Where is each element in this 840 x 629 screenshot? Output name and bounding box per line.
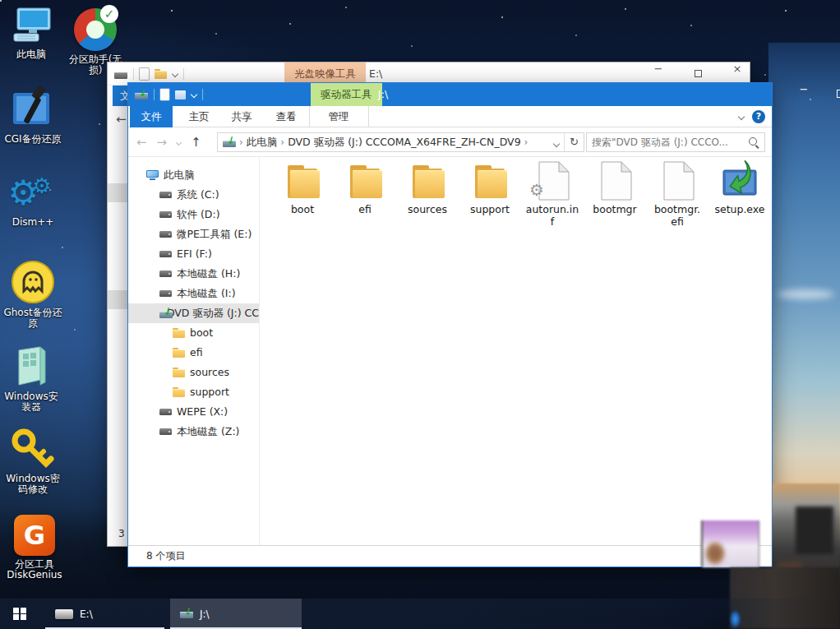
taskbar-button-e-drive[interactable]: E:\ (45, 599, 164, 629)
explorer-window-j[interactable]: ↓ 驱动器工具 J:\ − × 文件 主页 共享 查看 管理 ? (127, 82, 773, 567)
installer-box-icon (11, 344, 52, 388)
ribbon-collapse-icon[interactable] (738, 113, 745, 120)
drive-icon (159, 409, 172, 415)
fg-window-title: J:\ (378, 83, 388, 106)
qat-dropdown-icon[interactable] (172, 71, 178, 77)
bg-nav-fragment (108, 183, 128, 202)
bg-maximize-button[interactable] (680, 62, 716, 85)
file-item-sources[interactable]: sources (396, 160, 459, 215)
desktop-icon-ghost-backup[interactable]: Ghost备份还 原 (0, 260, 78, 330)
properties-icon[interactable] (175, 90, 186, 99)
nav-item-support[interactable]: support (128, 382, 259, 402)
status-bar: 8 个项目 (128, 545, 772, 567)
windows-logo-icon (13, 608, 26, 621)
bg-minimize-button[interactable]: − (640, 62, 676, 85)
dvd-drive-icon: ↓ (180, 609, 193, 618)
search-icon[interactable] (748, 136, 759, 148)
nav-item-drive-c[interactable]: 系统 (C:) (128, 185, 259, 205)
desktop: 此电脑 ✓ 分区助手(无 损) CGI备份还原 ⚙⚙ Dism++ (0, 0, 840, 629)
navigation-pane[interactable]: 此电脑 系统 (C:) 软件 (D:) 微PE工具箱 (E:) EFI (F:) (128, 157, 260, 547)
folder-icon[interactable] (155, 69, 167, 79)
fg-minimize-button[interactable]: − (786, 83, 822, 106)
file-item-bootmgr[interactable]: bootmgr (584, 160, 646, 215)
file-item-autorun[interactable]: ⚙ autorun.inf (521, 160, 584, 228)
back-icon[interactable]: ← (136, 135, 147, 150)
up-icon[interactable]: ↑ (191, 135, 201, 150)
tab-view[interactable]: 查看 (270, 106, 302, 127)
drive-icon (159, 271, 172, 277)
drive-icon (55, 609, 73, 619)
nav-item-sources[interactable]: sources (128, 363, 259, 382)
desktop-icon-windows-installer[interactable]: Windows安 装器 (0, 344, 76, 414)
nav-item-drive-d[interactable]: 软件 (D:) (128, 205, 259, 224)
refresh-icon[interactable]: ↻ (564, 133, 584, 151)
nav-item-boot[interactable]: boot (128, 323, 259, 343)
partition-assistant-icon: ✓ (74, 8, 117, 51)
file-list[interactable]: boot efi sources support (261, 157, 773, 547)
ghost-icon (11, 260, 55, 304)
fg-titlebar[interactable]: ↓ 驱动器工具 J:\ − × (128, 83, 772, 106)
tab-manage[interactable]: 管理 (321, 106, 357, 127)
desktop-icon-dism[interactable]: ⚙⚙ Dism++ (0, 173, 78, 229)
bg-nav-fragment (108, 290, 128, 309)
bg-close-button[interactable]: × (719, 62, 755, 85)
separator (183, 68, 184, 80)
cgi-backup-icon (10, 85, 56, 131)
nav-item-drive-x[interactable]: WEPE (X:) (128, 402, 259, 422)
desktop-icon-windows-password[interactable]: Windows密 码修改 (0, 428, 78, 496)
forward-icon[interactable]: → (157, 135, 168, 150)
nav-item-drive-z[interactable]: 本地磁盘 (Z:) (128, 422, 259, 442)
nav-item-drive-h[interactable]: 本地磁盘 (H:) (128, 264, 259, 284)
address-bar[interactable]: ↓ › 此电脑 › DVD 驱动器 (J:) CCCOMA_X64FRE_ZH-… (217, 132, 584, 152)
folder-icon (173, 387, 185, 397)
new-item-icon[interactable] (160, 89, 169, 100)
nav-item-drive-i[interactable]: 本地磁盘 (I:) (128, 284, 259, 303)
search-placeholder: 搜索"DVD 驱动器 (J:) CCCO... (592, 136, 748, 150)
watermark-blur (701, 520, 759, 567)
folder-icon (472, 162, 508, 200)
search-box[interactable]: 搜索"DVD 驱动器 (J:) CCCO... (586, 132, 765, 152)
breadcrumb-dvd-drive[interactable]: DVD 驱动器 (J:) CCCOMA_X64FRE_ZH-CN_DV9 (288, 136, 520, 150)
taskbar-button-j-drive[interactable]: ↓ J:\ (170, 599, 302, 629)
desktop-icon-diskgenius[interactable]: G 分区工具 DiskGenius (0, 515, 80, 581)
dvd-drive-icon: ↓ (135, 90, 148, 99)
nav-item-this-pc[interactable]: 此电脑 (128, 165, 259, 185)
history-dropdown-icon[interactable] (176, 139, 182, 145)
wallpaper-stars (0, 0, 2, 2)
address-dropdown-icon[interactable] (553, 140, 560, 146)
drive-icon (159, 192, 172, 198)
file-item-boot[interactable]: boot (271, 160, 334, 215)
file-item-setup-exe[interactable]: setup.exe (708, 160, 771, 215)
new-item-icon[interactable] (140, 68, 149, 80)
qat-dropdown-icon[interactable] (191, 91, 197, 98)
drive-icon (159, 211, 172, 218)
separator (202, 89, 203, 100)
this-pc-icon (9, 7, 53, 46)
ribbon-tabs: 文件 主页 共享 查看 管理 ? (128, 106, 772, 127)
drive-tools-label[interactable]: 驱动器工具 (311, 83, 382, 106)
nav-item-dvd-drive-j[interactable]: ↓ DVD 驱动器 (J:) CC (128, 303, 259, 323)
file-item-support[interactable]: support (459, 160, 521, 215)
fg-maximize-button[interactable] (823, 83, 840, 106)
folder-icon (284, 162, 321, 200)
key-icon (9, 428, 57, 470)
tab-file[interactable]: 文件 (130, 106, 173, 127)
desktop-icon-cgi-backup[interactable]: CGI备份还原 (0, 85, 78, 146)
document-icon (663, 161, 695, 201)
file-item-bootmgr-efi[interactable]: bootmgr.efi (646, 160, 708, 228)
pc-icon (146, 170, 159, 180)
taskbar[interactable]: E:\ ↓ J:\ (0, 599, 840, 629)
nav-item-drive-e[interactable]: 微PE工具箱 (E:) (128, 224, 259, 244)
breadcrumb-separator: › (239, 136, 243, 148)
bg-back-icon[interactable]: ← (116, 112, 127, 127)
help-icon[interactable]: ? (752, 110, 765, 123)
tab-share[interactable]: 共享 (225, 106, 258, 127)
breadcrumb-this-pc[interactable]: 此电脑 (247, 136, 278, 150)
nav-item-efi[interactable]: efi (128, 343, 259, 363)
file-item-efi[interactable]: efi (334, 160, 396, 215)
nav-item-drive-f[interactable]: EFI (F:) (128, 244, 259, 264)
start-button[interactable] (0, 599, 39, 629)
document-icon (601, 161, 632, 201)
tab-home[interactable]: 主页 (182, 106, 215, 127)
tab-group-divider (368, 106, 369, 127)
